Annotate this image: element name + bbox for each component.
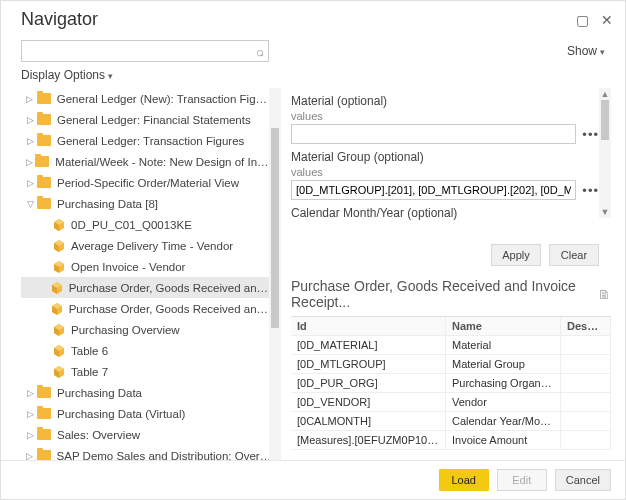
- table-cell: [561, 431, 611, 449]
- table-row[interactable]: [Measures].[0EFUZM0P10X72MBPOYVBYISWVInv…: [291, 431, 611, 450]
- table-cell: [Measures].[0EFUZM0P10X72MBPOYVBYISWV: [291, 431, 446, 449]
- table-cell: [0CALMONTH]: [291, 412, 446, 430]
- tree-item-label: General Ledger (New): Transaction Figure…: [57, 93, 273, 105]
- tree-folder-item[interactable]: ▷Period-Specific Order/Material View: [21, 172, 281, 193]
- document-icon[interactable]: 🗎: [598, 287, 611, 302]
- tree-item-label: General Ledger: Financial Statements: [57, 114, 251, 126]
- expand-icon[interactable]: ▷: [25, 430, 35, 440]
- expand-icon[interactable]: ▷: [25, 409, 35, 419]
- show-label: Show: [567, 44, 597, 58]
- expand-icon[interactable]: ▷: [25, 451, 35, 461]
- edit-button: Edit: [497, 469, 547, 491]
- tree-cube-item[interactable]: Table 7: [21, 361, 281, 382]
- tree-item-label: Table 6: [71, 345, 108, 357]
- table-row[interactable]: [0D_MATERIAL]Material: [291, 336, 611, 355]
- tree-item-label: 0D_PU_C01_Q0013KE: [71, 219, 192, 231]
- tree-cube-item[interactable]: Purchase Order, Goods Received and Invoi…: [21, 298, 281, 319]
- tree-cube-item[interactable]: Average Delivery Time - Vendor: [21, 235, 281, 256]
- tree-folder-item[interactable]: ▷Sales: Overview: [21, 424, 281, 445]
- folder-icon: [35, 156, 49, 167]
- folder-icon: [37, 387, 51, 398]
- params-scrollbar[interactable]: ▲ ▼: [599, 88, 611, 218]
- ellipsis-icon[interactable]: •••: [582, 183, 599, 198]
- param-input-material[interactable]: [291, 124, 576, 144]
- cube-icon: [53, 219, 65, 231]
- table-cell: Material: [446, 336, 561, 354]
- cancel-button[interactable]: Cancel: [555, 469, 611, 491]
- tree-folder-item[interactable]: ▽Purchasing Data [8]: [21, 193, 281, 214]
- tree-folder-item[interactable]: ▷Material/Week - Note: New Design of Inv…: [21, 151, 281, 172]
- tree-cube-item[interactable]: Purchase Order, Goods Received and Invoi…: [21, 277, 281, 298]
- table-cell: Material Group: [446, 355, 561, 373]
- table-cell: [561, 374, 611, 392]
- window-title: Navigator: [21, 9, 98, 30]
- cube-icon: [53, 366, 65, 378]
- preview-title: Purchase Order, Goods Received and Invoi…: [291, 278, 592, 310]
- folder-icon: [37, 429, 51, 440]
- window-restore-icon[interactable]: ▢: [576, 13, 589, 27]
- tree-item-label: General Ledger: Transaction Figures: [57, 135, 244, 147]
- table-cell: [0D_MTLGROUP]: [291, 355, 446, 373]
- tree-folder-item[interactable]: ▷Purchasing Data (Virtual): [21, 403, 281, 424]
- table-cell: [0D_VENDOR]: [291, 393, 446, 411]
- tree-folder-item[interactable]: ▷Purchasing Data: [21, 382, 281, 403]
- tree-item-label: Purchasing Data: [57, 387, 142, 399]
- tree-item-label: Sales: Overview: [57, 429, 140, 441]
- clear-button[interactable]: Clear: [549, 244, 599, 266]
- cube-icon: [53, 240, 65, 252]
- tree-item-label: Period-Specific Order/Material View: [57, 177, 239, 189]
- tree-cube-item[interactable]: Purchasing Overview: [21, 319, 281, 340]
- tree-cube-item[interactable]: Table 6: [21, 340, 281, 361]
- expand-icon[interactable]: ▽: [25, 199, 35, 209]
- table-row[interactable]: [0D_MTLGROUP]Material Group: [291, 355, 611, 374]
- table-row[interactable]: [0D_VENDOR]Vendor: [291, 393, 611, 412]
- ellipsis-icon[interactable]: •••: [582, 127, 599, 142]
- search-icon[interactable]: ⌕: [256, 44, 264, 59]
- expand-icon[interactable]: ▷: [25, 388, 35, 398]
- expand-icon[interactable]: ▷: [25, 115, 35, 125]
- expand-icon[interactable]: ▷: [25, 178, 35, 188]
- tree-folder-item[interactable]: ▷General Ledger: Transaction Figures: [21, 130, 281, 151]
- tree-folder-item[interactable]: ▷General Ledger: Financial Statements: [21, 109, 281, 130]
- folder-icon: [37, 177, 51, 188]
- scroll-down-icon[interactable]: ▼: [599, 206, 611, 218]
- tree-cube-item[interactable]: 0D_PU_C01_Q0013KE: [21, 214, 281, 235]
- table-header-cell[interactable]: Name: [446, 317, 561, 335]
- tree-cube-item[interactable]: Open Invoice - Vendor: [21, 256, 281, 277]
- tree-scrollbar[interactable]: [269, 88, 281, 488]
- table-cell: [561, 412, 611, 430]
- folder-icon: [37, 135, 51, 146]
- cube-icon: [51, 282, 63, 294]
- expand-icon[interactable]: ▷: [25, 157, 33, 167]
- table-cell: [561, 355, 611, 373]
- table-header-cell[interactable]: Description: [561, 317, 611, 335]
- show-dropdown[interactable]: Show▾: [567, 44, 605, 58]
- cube-icon: [53, 345, 65, 357]
- folder-icon: [37, 93, 51, 104]
- param-label-material: Material (optional): [291, 94, 599, 108]
- table-cell: Invoice Amount: [446, 431, 561, 449]
- display-options-label: Display Options: [21, 68, 105, 82]
- window-close-icon[interactable]: ✕: [601, 13, 613, 27]
- table-row[interactable]: [0D_PUR_ORG]Purchasing Organization: [291, 374, 611, 393]
- table-row[interactable]: [0CALMONTH]Calendar Year/Month: [291, 412, 611, 431]
- display-options-dropdown[interactable]: Display Options▾: [21, 68, 605, 82]
- tree-item-label: Material/Week - Note: New Design of Inve…: [55, 156, 273, 168]
- table-header-cell[interactable]: Id: [291, 317, 446, 335]
- table-header-row: IdNameDescription: [291, 317, 611, 336]
- table-cell: [0D_PUR_ORG]: [291, 374, 446, 392]
- tree-folder-item[interactable]: ▷General Ledger (New): Transaction Figur…: [21, 88, 281, 109]
- param-label-calmonth: Calendar Month/Year (optional): [291, 206, 599, 220]
- param-input-material-group[interactable]: [291, 180, 576, 200]
- param-sublabel: values: [291, 166, 599, 178]
- search-input[interactable]: [26, 44, 256, 58]
- scroll-up-icon[interactable]: ▲: [599, 88, 611, 100]
- load-button[interactable]: Load: [439, 469, 489, 491]
- expand-icon[interactable]: ▷: [25, 136, 35, 146]
- apply-button[interactable]: Apply: [491, 244, 541, 266]
- expand-icon[interactable]: ▷: [25, 94, 35, 104]
- table-cell: Purchasing Organization: [446, 374, 561, 392]
- param-sublabel: values: [291, 110, 599, 122]
- search-input-wrapper[interactable]: ⌕: [21, 40, 269, 62]
- param-label-material-group: Material Group (optional): [291, 150, 599, 164]
